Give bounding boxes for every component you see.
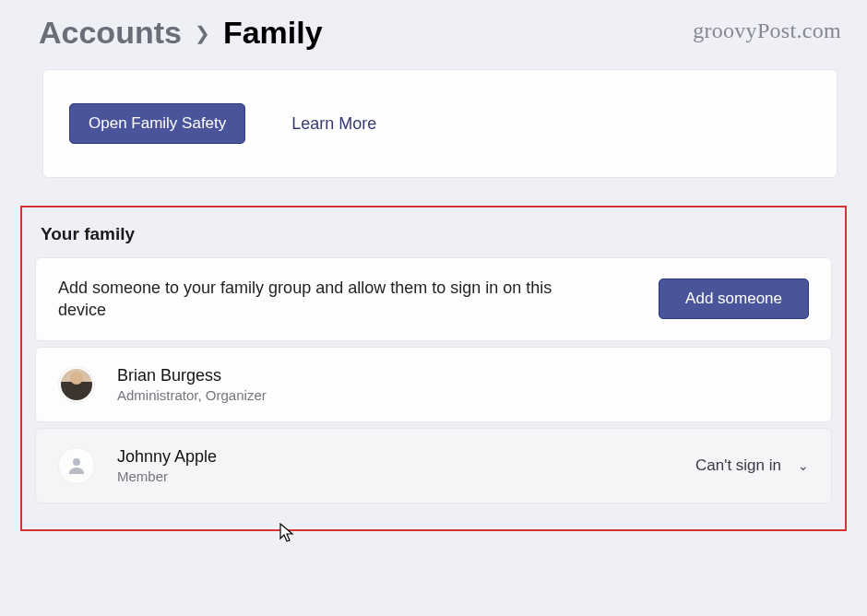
member-status-label: Can't sign in bbox=[695, 456, 781, 475]
open-family-safety-button[interactable]: Open Family Safety bbox=[69, 103, 245, 144]
svg-point-0 bbox=[73, 458, 80, 466]
family-member-row[interactable]: Johnny Apple Member Can't sign in ⌄ bbox=[35, 428, 832, 503]
person-avatar-icon bbox=[61, 369, 92, 400]
add-someone-button[interactable]: Add someone bbox=[659, 278, 809, 319]
section-title: Your family bbox=[35, 215, 832, 257]
your-family-section: Your family Add someone to your family g… bbox=[20, 206, 847, 531]
chevron-right-icon: ❯ bbox=[195, 22, 210, 44]
member-status-dropdown[interactable]: Can't sign in ⌄ bbox=[695, 456, 809, 475]
member-name: Johnny Apple bbox=[117, 447, 217, 467]
add-member-card: Add someone to your family group and all… bbox=[35, 257, 832, 341]
member-role: Administrator, Organizer bbox=[117, 387, 267, 403]
member-name: Brian Burgess bbox=[117, 366, 267, 385]
avatar bbox=[58, 366, 95, 403]
avatar bbox=[58, 447, 95, 484]
breadcrumb-parent[interactable]: Accounts bbox=[39, 15, 182, 51]
add-member-description: Add someone to your family group and all… bbox=[58, 277, 584, 322]
learn-more-link[interactable]: Learn More bbox=[291, 114, 376, 134]
generic-user-icon bbox=[65, 455, 88, 477]
member-role: Member bbox=[117, 468, 217, 484]
breadcrumb-current: Family bbox=[223, 15, 323, 51]
chevron-down-icon: ⌄ bbox=[798, 458, 809, 473]
family-safety-card: Open Family Safety Learn More bbox=[42, 69, 837, 178]
family-member-row[interactable]: Brian Burgess Administrator, Organizer bbox=[35, 347, 832, 422]
watermark-text: groovyPost.com bbox=[693, 18, 841, 43]
